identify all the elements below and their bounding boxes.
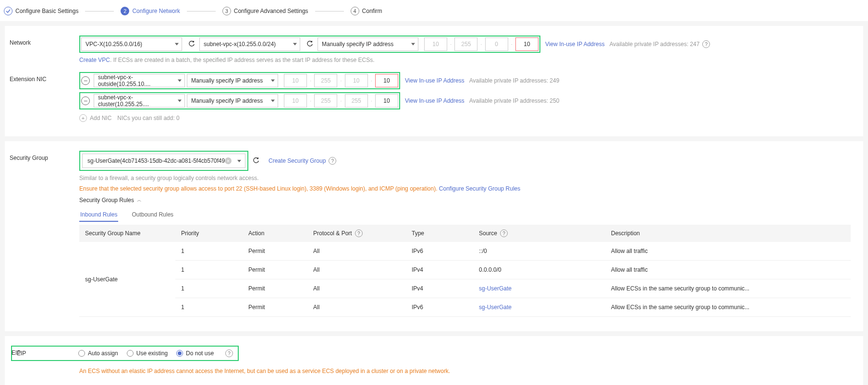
remove-nic-button[interactable]: − bbox=[81, 76, 90, 85]
nic-subnet-value: subnet-vpc-x-cluster(10.255.25.... bbox=[98, 94, 174, 108]
source-link[interactable]: sg-UserGate bbox=[479, 304, 512, 311]
remove-nic-button[interactable]: − bbox=[81, 96, 90, 105]
cell-priority: 1 bbox=[175, 298, 243, 317]
view-in-use-ip-link[interactable]: View In-use IP Address bbox=[405, 97, 465, 104]
chevron-up-icon: ︿ bbox=[137, 197, 142, 204]
cell-protocol-port: All bbox=[307, 261, 406, 279]
vpc-select[interactable]: VPC-X(10.255.0.0/16) bbox=[81, 37, 182, 51]
help-icon[interactable]: ? bbox=[225, 349, 233, 357]
nic-ip-mode-select[interactable]: Manually specify IP address bbox=[187, 74, 278, 87]
dot-separator: · bbox=[340, 77, 342, 84]
network-hint-text: . If ECSs are created in a batch, the sp… bbox=[110, 57, 375, 63]
step-number-icon: 4 bbox=[351, 7, 359, 15]
nic-subnet-select[interactable]: subnet-vpc-x-outside(10.255.10.... bbox=[94, 74, 185, 87]
cell-source: sg-UserGate bbox=[473, 298, 605, 317]
add-nic-button[interactable]: Add NIC bbox=[90, 115, 111, 121]
sg-rules-toggle[interactable]: Security Group Rules ︿ bbox=[79, 197, 858, 204]
step-4[interactable]: 4 Confirm bbox=[351, 7, 382, 15]
step-separator bbox=[85, 11, 114, 12]
col-source: Source? bbox=[473, 225, 605, 242]
extension-nic-label: Extension NIC bbox=[10, 72, 79, 83]
radio-icon bbox=[127, 350, 134, 357]
available-ip-count: Available private IP addresses: 249 bbox=[469, 77, 560, 84]
highlight-box: − subnet-vpc-x-cluster(10.255.25.... Man… bbox=[79, 92, 400, 109]
cell-action: Permit bbox=[243, 242, 307, 261]
refresh-icon[interactable] bbox=[306, 40, 314, 48]
col-priority: Priority bbox=[175, 225, 243, 242]
step-2[interactable]: 2 Configure Network bbox=[121, 7, 180, 15]
radio-label: Do not use bbox=[186, 350, 214, 357]
create-vpc-link[interactable]: Create VPC bbox=[79, 57, 110, 63]
step-3[interactable]: 3 Configure Advanced Settings bbox=[222, 7, 308, 15]
rules-tabs: Inbound Rules Outbound Rules bbox=[79, 208, 858, 222]
eip-option-existing[interactable]: Use existing bbox=[127, 350, 168, 357]
help-icon[interactable]: ? bbox=[329, 157, 336, 165]
help-icon[interactable]: ? bbox=[702, 40, 710, 48]
view-in-use-ip-link[interactable]: View In-use IP Address bbox=[545, 41, 605, 48]
clear-icon[interactable]: × bbox=[225, 157, 232, 164]
dot-separator: · bbox=[371, 97, 372, 104]
ip-mode-select[interactable]: Manually specify IP address bbox=[318, 37, 418, 51]
ip-octet-4-input[interactable]: 10 bbox=[375, 94, 398, 108]
chevron-down-icon bbox=[178, 100, 182, 102]
chevron-down-icon bbox=[175, 43, 179, 46]
cell-type: IPv4 bbox=[406, 261, 473, 279]
eip-option-auto[interactable]: Auto assign bbox=[78, 350, 118, 357]
cell-priority: 1 bbox=[175, 279, 243, 298]
view-in-use-ip-link[interactable]: View In-use IP Address bbox=[405, 77, 465, 84]
ip-octet-1: 10 bbox=[284, 74, 307, 87]
dot-separator: · bbox=[340, 97, 342, 104]
nic-subnet-select[interactable]: subnet-vpc-x-cluster(10.255.25.... bbox=[94, 94, 185, 108]
network-panel: Network VPC-X(10.255.0.0/16) subnet-vpc-… bbox=[5, 26, 863, 136]
tab-inbound[interactable]: Inbound Rules bbox=[79, 208, 118, 222]
radio-label: Auto assign bbox=[88, 350, 118, 357]
eip-option-none[interactable]: Do not use bbox=[176, 350, 214, 357]
cell-sg-name: sg-UserGate bbox=[79, 242, 175, 317]
cell-action: Permit bbox=[243, 279, 307, 298]
cell-action: Permit bbox=[243, 261, 307, 279]
cell-description: Allow all traffic bbox=[605, 261, 851, 279]
ip-mode-value: Manually specify IP address bbox=[322, 41, 393, 48]
create-security-group-link[interactable]: Create Security Group bbox=[269, 157, 326, 164]
sg-rules-title: Security Group Rules bbox=[79, 197, 134, 204]
ip-octet-1: 10 bbox=[284, 94, 307, 108]
nic-ip-mode-value: Manually specify IP address bbox=[191, 77, 263, 84]
cell-source: 0.0.0.0/0 bbox=[473, 261, 605, 279]
step-separator bbox=[187, 11, 216, 12]
dot-separator: · bbox=[450, 41, 452, 48]
nic-remaining-text: NICs you can still add: 0 bbox=[117, 115, 179, 121]
col-type: Type bbox=[406, 225, 473, 242]
refresh-icon[interactable] bbox=[188, 40, 196, 48]
nic-subnet-value: subnet-vpc-x-outside(10.255.10.... bbox=[98, 74, 174, 87]
help-icon[interactable]: ? bbox=[355, 229, 363, 237]
step-1[interactable]: Configure Basic Settings bbox=[4, 7, 78, 15]
highlight-box: sg-UserGate(4cb71453-15db-42dc-a081-5f4c… bbox=[79, 151, 248, 171]
security-group-label: Security Group bbox=[10, 151, 79, 161]
dot-separator: · bbox=[480, 41, 482, 48]
table-row: 1 Permit All IPv4 sg-UserGate Allow ECSs… bbox=[79, 279, 851, 298]
cell-type: IPv4 bbox=[406, 279, 473, 298]
vpc-select-value: VPC-X(10.255.0.0/16) bbox=[86, 41, 142, 48]
table-row: sg-UserGate 1 Permit All IPv6 ::/0 Allow… bbox=[79, 242, 851, 261]
security-group-select[interactable]: sg-UserGate(4cb71453-15db-42dc-a081-5f4c… bbox=[82, 154, 245, 168]
chevron-down-icon bbox=[178, 80, 182, 82]
nic-ip-mode-select[interactable]: Manually specify IP address bbox=[187, 94, 278, 108]
help-icon[interactable]: ? bbox=[500, 229, 508, 237]
subnet-select[interactable]: subnet-vpc-x(10.255.0.0/24) bbox=[199, 37, 300, 51]
ip-octet-4-input[interactable]: 10 bbox=[375, 74, 398, 87]
ip-octet-4-input[interactable]: 10 bbox=[515, 37, 538, 51]
ip-octet-2: 255 bbox=[314, 74, 337, 87]
rules-table: Security Group Name Priority Action Prot… bbox=[79, 225, 851, 317]
wizard-stepper: Configure Basic Settings 2 Configure Net… bbox=[0, 0, 868, 21]
highlight-box: VPC-X(10.255.0.0/16) subnet-vpc-x(10.255… bbox=[79, 36, 540, 53]
step-number-icon: 3 bbox=[222, 7, 231, 15]
check-icon bbox=[4, 7, 12, 15]
table-row: 1 Permit All IPv4 0.0.0.0/0 Allow all tr… bbox=[79, 261, 851, 279]
refresh-icon[interactable] bbox=[252, 157, 260, 165]
step-label: Configure Advanced Settings bbox=[234, 8, 308, 14]
available-ip-count: Available private IP addresses: 250 bbox=[469, 97, 560, 104]
tab-outbound[interactable]: Outbound Rules bbox=[131, 208, 174, 222]
subnet-select-value: subnet-vpc-x(10.255.0.0/24) bbox=[204, 41, 276, 48]
source-link[interactable]: sg-UserGate bbox=[479, 285, 512, 292]
configure-sg-rules-link[interactable]: Configure Security Group Rules bbox=[439, 185, 520, 192]
